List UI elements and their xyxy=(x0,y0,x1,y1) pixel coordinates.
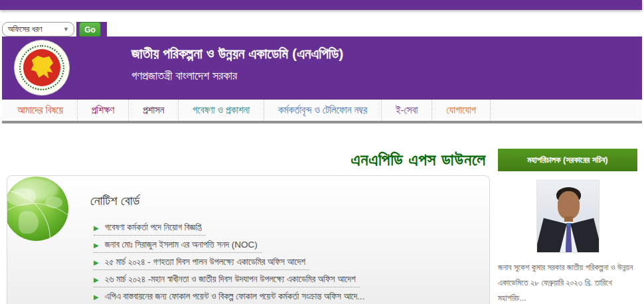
notice-list-item: ▶ গবেষণা কর্মকর্তা পদে নিয়োগ বিজ্ঞপ্তি xyxy=(94,218,205,236)
nav-item-contact[interactable]: যোগাযোগ xyxy=(432,100,490,121)
top-purple-bar xyxy=(0,0,642,10)
nav-item-training[interactable]: প্রশিক্ষণ xyxy=(78,100,129,121)
dg-bio-text: জনাব সুকেশ কুমার সরকার জাতীয় পরিকল্পনা … xyxy=(498,260,637,304)
notice-link[interactable]: এপিএ বাস্তবায়নের জন্য ফোকাল পয়েন্ট ও ব… xyxy=(105,291,365,301)
notice-list-item: ▶ ২৫ মার্চ ২০২৪ - গণহত্যা দিবস পালন উপলক… xyxy=(94,253,309,270)
site-title: জাতীয় পরিকল্পনা ও উন্নয়ন একাডেমি (এনএপ… xyxy=(131,46,343,62)
nav-item-eservice[interactable]: ই-সেবা xyxy=(382,100,432,121)
notice-board-panel: নোটিশ বোর্ড ▶ গবেষণা কর্মকর্তা পদে নিয়ো… xyxy=(7,175,490,304)
notice-link[interactable]: গবেষণা কর্মকর্তা পদে নিয়োগ বিজ্ঞপ্তি xyxy=(105,222,201,232)
site-subtitle: গণপ্রজাতন্ত্রী বাংলাদেশ সরকার xyxy=(131,69,343,83)
globe-orbit-line xyxy=(7,203,68,241)
apps-marquee-row: এনএপিডি এপস ডাউনলে xyxy=(7,145,490,175)
nav-item-research-publications[interactable]: গবেষণা ও প্রকাশনা xyxy=(179,100,264,121)
arrow-bullet-icon: ▶ xyxy=(94,259,99,266)
nav-item-officers-telephone[interactable]: কর্মকর্তাবৃন্দ ও টেলিফোন নম্বর xyxy=(264,100,382,121)
main-content: এনএপিডি এপস ডাউনলে নোটিশ বোর্ড ▶ গবেষণা … xyxy=(7,145,637,304)
notice-link[interactable]: ২৫ মার্চ ২০২৪ - গণহত্যা দিবস পালন উপলক্ষ… xyxy=(105,257,305,267)
nav-item-administration[interactable]: প্রশাসন xyxy=(129,100,179,121)
notice-list: ▶ গবেষণা কর্মকর্তা পদে নিয়োগ বিজ্ঞপ্তি … xyxy=(94,218,489,304)
notice-link[interactable]: জনাব মোঃ সিরাজুল ইসলাম এর অনাপত্তি সনদ (… xyxy=(105,240,258,250)
nav-filler xyxy=(491,100,642,121)
dg-panel: মহাপরিচালক (সরকারের সচিব) জনাব সুকেশ কুম… xyxy=(498,145,637,304)
green-globe-image xyxy=(7,177,68,241)
main-nav: আমাদের বিষয়ে প্রশিক্ষণ প্রশাসন গবেষণা ও… xyxy=(2,100,642,123)
dg-badge: মহাপরিচালক (সরকারের সচিব) xyxy=(498,149,637,171)
photo-face xyxy=(558,191,580,219)
arrow-bullet-icon: ▶ xyxy=(94,242,99,249)
nav-item-about[interactable]: আমাদের বিষয়ে xyxy=(2,100,78,121)
arrow-bullet-icon: ▶ xyxy=(94,293,99,301)
arrow-bullet-icon: ▶ xyxy=(94,276,99,283)
notice-list-item: ▶ ২৬ মার্চ ২০২৪ -মহান স্বাধীনতা ও জাতীয়… xyxy=(94,270,360,287)
govt-seal-logo[interactable] xyxy=(14,40,70,96)
notice-list-item: ▶ এপিএ বাস্তবায়নের জন্য ফোকাল পয়েন্ট ও… xyxy=(94,287,368,304)
go-button[interactable]: Go xyxy=(79,22,101,37)
arrow-bullet-icon: ▶ xyxy=(94,224,99,232)
office-type-select-value: অফিসের ধরণ xyxy=(8,25,42,35)
dg-portrait-photo xyxy=(536,180,600,253)
site-header: জাতীয় পরিকল্পনা ও উন্নয়ন একাডেমি (এনএপ… xyxy=(2,37,642,100)
notice-link[interactable]: ২৬ মার্চ ২০২৪ -মহান স্বাধীনতা ও জাতীয় দ… xyxy=(105,274,356,284)
office-type-select[interactable]: অফিসের ধরণ ▼ xyxy=(2,22,74,37)
notice-board-title: নোটিশ বোর্ড xyxy=(90,193,489,208)
chevron-down-icon: ▼ xyxy=(63,26,69,33)
notice-list-item: ▶ জনাব মোঃ সিরাজুল ইসলাম এর অনাপত্তি সনদ… xyxy=(94,236,262,253)
apps-download-marquee-link[interactable]: এনএপিডি এপস ডাউনলে xyxy=(351,150,486,170)
